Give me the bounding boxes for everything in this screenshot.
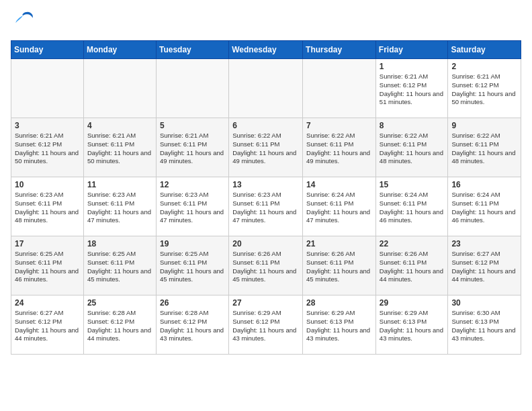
day-number: 6	[232, 121, 299, 130]
day-number: 21	[306, 239, 372, 248]
calendar-day-2: 2Sunrise: 6:21 AM Sunset: 6:12 PM Daylig…	[448, 59, 521, 118]
day-info: Sunrise: 6:25 AM Sunset: 6:11 PM Dayligh…	[87, 250, 152, 284]
weekday-header-wednesday: Wednesday	[229, 41, 303, 59]
calendar-day-10: 10Sunrise: 6:23 AM Sunset: 6:11 PM Dayli…	[11, 177, 84, 236]
page-header	[11, 11, 521, 35]
calendar-day-20: 20Sunrise: 6:26 AM Sunset: 6:11 PM Dayli…	[229, 236, 303, 295]
calendar-day-19: 19Sunrise: 6:25 AM Sunset: 6:11 PM Dayli…	[156, 236, 228, 295]
day-info: Sunrise: 6:21 AM Sunset: 6:12 PM Dayligh…	[380, 73, 445, 107]
day-info: Sunrise: 6:27 AM Sunset: 6:12 PM Dayligh…	[451, 250, 517, 284]
day-info: Sunrise: 6:25 AM Sunset: 6:11 PM Dayligh…	[160, 250, 225, 284]
day-info: Sunrise: 6:24 AM Sunset: 6:11 PM Dayligh…	[306, 191, 372, 225]
day-number: 22	[380, 239, 445, 248]
calendar-day-11: 11Sunrise: 6:23 AM Sunset: 6:11 PM Dayli…	[83, 177, 156, 236]
day-info: Sunrise: 6:30 AM Sunset: 6:13 PM Dayligh…	[451, 309, 517, 343]
calendar-empty-cell	[156, 59, 228, 118]
day-number: 3	[15, 121, 80, 130]
logo-icon	[11, 11, 35, 35]
calendar-day-18: 18Sunrise: 6:25 AM Sunset: 6:11 PM Dayli…	[83, 236, 156, 295]
day-info: Sunrise: 6:25 AM Sunset: 6:11 PM Dayligh…	[15, 250, 80, 284]
day-number: 20	[232, 239, 299, 248]
day-info: Sunrise: 6:29 AM Sunset: 6:13 PM Dayligh…	[306, 309, 372, 343]
calendar-day-5: 5Sunrise: 6:21 AM Sunset: 6:11 PM Daylig…	[156, 118, 228, 177]
day-info: Sunrise: 6:29 AM Sunset: 6:13 PM Dayligh…	[380, 309, 445, 343]
calendar-day-4: 4Sunrise: 6:21 AM Sunset: 6:11 PM Daylig…	[83, 118, 156, 177]
day-info: Sunrise: 6:22 AM Sunset: 6:11 PM Dayligh…	[232, 132, 299, 166]
weekday-header-friday: Friday	[375, 41, 448, 59]
calendar-week-row: 24Sunrise: 6:27 AM Sunset: 6:12 PM Dayli…	[11, 295, 521, 355]
day-number: 26	[160, 298, 225, 308]
day-info: Sunrise: 6:22 AM Sunset: 6:11 PM Dayligh…	[306, 132, 372, 166]
calendar-day-25: 25Sunrise: 6:28 AM Sunset: 6:12 PM Dayli…	[83, 295, 156, 355]
weekday-header-tuesday: Tuesday	[156, 41, 228, 59]
day-info: Sunrise: 6:23 AM Sunset: 6:11 PM Dayligh…	[160, 191, 225, 225]
day-number: 27	[232, 298, 299, 308]
day-info: Sunrise: 6:27 AM Sunset: 6:12 PM Dayligh…	[15, 309, 80, 343]
day-info: Sunrise: 6:22 AM Sunset: 6:11 PM Dayligh…	[380, 132, 445, 166]
calendar-day-15: 15Sunrise: 6:24 AM Sunset: 6:11 PM Dayli…	[375, 177, 448, 236]
calendar-week-row: 3Sunrise: 6:21 AM Sunset: 6:12 PM Daylig…	[11, 118, 521, 177]
calendar-day-21: 21Sunrise: 6:26 AM Sunset: 6:11 PM Dayli…	[303, 236, 376, 295]
calendar-day-6: 6Sunrise: 6:22 AM Sunset: 6:11 PM Daylig…	[229, 118, 303, 177]
day-number: 9	[451, 121, 517, 130]
day-number: 2	[451, 62, 517, 71]
calendar-day-22: 22Sunrise: 6:26 AM Sunset: 6:11 PM Dayli…	[375, 236, 448, 295]
calendar-day-12: 12Sunrise: 6:23 AM Sunset: 6:11 PM Dayli…	[156, 177, 228, 236]
day-number: 28	[306, 298, 372, 308]
weekday-header-thursday: Thursday	[303, 41, 376, 59]
calendar-day-14: 14Sunrise: 6:24 AM Sunset: 6:11 PM Dayli…	[303, 177, 376, 236]
day-info: Sunrise: 6:21 AM Sunset: 6:12 PM Dayligh…	[451, 73, 517, 107]
day-number: 15	[380, 180, 445, 189]
weekday-header-sunday: Sunday	[11, 41, 84, 59]
calendar-day-26: 26Sunrise: 6:28 AM Sunset: 6:12 PM Dayli…	[156, 295, 228, 355]
logo	[11, 11, 36, 35]
day-info: Sunrise: 6:24 AM Sunset: 6:11 PM Dayligh…	[451, 191, 517, 225]
day-number: 1	[380, 62, 445, 71]
day-info: Sunrise: 6:26 AM Sunset: 6:11 PM Dayligh…	[232, 250, 299, 284]
day-info: Sunrise: 6:24 AM Sunset: 6:11 PM Dayligh…	[380, 191, 445, 225]
weekday-header-monday: Monday	[83, 41, 156, 59]
day-number: 17	[15, 239, 80, 248]
day-number: 19	[160, 239, 225, 248]
day-number: 16	[451, 180, 517, 189]
day-number: 5	[160, 121, 225, 130]
calendar-empty-cell	[11, 59, 84, 118]
day-number: 7	[306, 121, 372, 130]
weekday-header-saturday: Saturday	[448, 41, 521, 59]
day-info: Sunrise: 6:23 AM Sunset: 6:11 PM Dayligh…	[232, 191, 299, 225]
calendar-empty-cell	[229, 59, 303, 118]
day-number: 23	[451, 239, 517, 248]
calendar-empty-cell	[83, 59, 156, 118]
weekday-header-row: SundayMondayTuesdayWednesdayThursdayFrid…	[11, 41, 521, 59]
calendar-day-29: 29Sunrise: 6:29 AM Sunset: 6:13 PM Dayli…	[375, 295, 448, 355]
calendar-day-16: 16Sunrise: 6:24 AM Sunset: 6:11 PM Dayli…	[448, 177, 521, 236]
day-number: 13	[232, 180, 299, 189]
calendar-day-28: 28Sunrise: 6:29 AM Sunset: 6:13 PM Dayli…	[303, 295, 376, 355]
calendar-day-23: 23Sunrise: 6:27 AM Sunset: 6:12 PM Dayli…	[448, 236, 521, 295]
calendar-day-30: 30Sunrise: 6:30 AM Sunset: 6:13 PM Dayli…	[448, 295, 521, 355]
calendar-day-8: 8Sunrise: 6:22 AM Sunset: 6:11 PM Daylig…	[375, 118, 448, 177]
day-info: Sunrise: 6:26 AM Sunset: 6:11 PM Dayligh…	[306, 250, 372, 284]
calendar-day-9: 9Sunrise: 6:22 AM Sunset: 6:11 PM Daylig…	[448, 118, 521, 177]
day-number: 4	[87, 121, 152, 130]
calendar-week-row: 17Sunrise: 6:25 AM Sunset: 6:11 PM Dayli…	[11, 236, 521, 295]
day-number: 29	[380, 298, 445, 308]
calendar-day-24: 24Sunrise: 6:27 AM Sunset: 6:12 PM Dayli…	[11, 295, 84, 355]
day-number: 11	[87, 180, 152, 189]
day-number: 10	[15, 180, 80, 189]
day-info: Sunrise: 6:21 AM Sunset: 6:11 PM Dayligh…	[87, 132, 152, 166]
calendar-week-row: 1Sunrise: 6:21 AM Sunset: 6:12 PM Daylig…	[11, 59, 521, 118]
day-info: Sunrise: 6:29 AM Sunset: 6:12 PM Dayligh…	[232, 309, 299, 343]
calendar-table: SundayMondayTuesdayWednesdayThursdayFrid…	[11, 40, 521, 355]
calendar-empty-cell	[303, 59, 376, 118]
calendar-day-3: 3Sunrise: 6:21 AM Sunset: 6:12 PM Daylig…	[11, 118, 84, 177]
day-info: Sunrise: 6:26 AM Sunset: 6:11 PM Dayligh…	[380, 250, 445, 284]
calendar-day-7: 7Sunrise: 6:22 AM Sunset: 6:11 PM Daylig…	[303, 118, 376, 177]
day-number: 8	[380, 121, 445, 130]
calendar-day-13: 13Sunrise: 6:23 AM Sunset: 6:11 PM Dayli…	[229, 177, 303, 236]
day-number: 24	[15, 298, 80, 308]
day-info: Sunrise: 6:22 AM Sunset: 6:11 PM Dayligh…	[451, 132, 517, 166]
day-info: Sunrise: 6:21 AM Sunset: 6:12 PM Dayligh…	[15, 132, 80, 166]
day-number: 25	[87, 298, 152, 308]
day-info: Sunrise: 6:23 AM Sunset: 6:11 PM Dayligh…	[15, 191, 80, 225]
